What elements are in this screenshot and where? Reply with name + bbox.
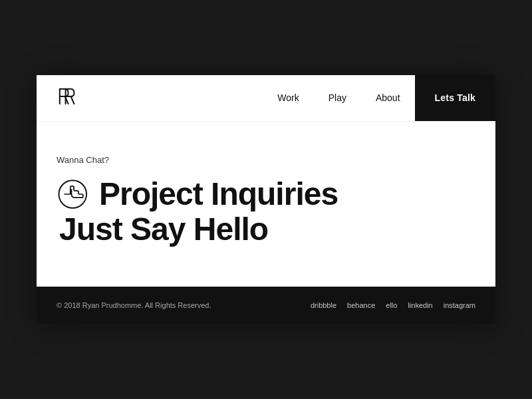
navbar: Work Play About Lets Talk bbox=[37, 75, 495, 122]
nav-about[interactable]: About bbox=[361, 74, 415, 121]
headline-line1: Project Inquiries bbox=[99, 177, 338, 212]
footer: © 2018 Ryan Prudhomme. All Rights Reserv… bbox=[37, 287, 495, 324]
outer-wrapper: Work Play About Lets Talk Wanna Chat? bbox=[0, 0, 532, 399]
main-content: Wanna Chat? Project Inquiries bbox=[37, 122, 495, 287]
lets-talk-button[interactable]: Lets Talk bbox=[415, 74, 495, 121]
logo[interactable] bbox=[57, 86, 78, 110]
footer-linkedin[interactable]: linkedin bbox=[408, 301, 432, 309]
browser-card: Work Play About Lets Talk Wanna Chat? bbox=[37, 75, 495, 325]
headline-row: Project Inquiries bbox=[57, 177, 475, 212]
card-wrapper: Work Play About Lets Talk Wanna Chat? bbox=[37, 75, 495, 325]
footer-instagram[interactable]: instagram bbox=[444, 301, 475, 309]
side-black-right bbox=[495, 0, 532, 399]
footer-behance[interactable]: behance bbox=[347, 301, 375, 309]
pointing-finger-icon bbox=[57, 177, 91, 211]
footer-links: dribbble behance ello linkedin instagram bbox=[311, 301, 475, 309]
subheading: Wanna Chat? bbox=[57, 155, 475, 165]
nav-play[interactable]: Play bbox=[314, 74, 361, 121]
footer-dribbble[interactable]: dribbble bbox=[311, 301, 336, 309]
footer-ello[interactable]: ello bbox=[386, 301, 397, 309]
side-black-left bbox=[0, 0, 37, 399]
footer-copyright: © 2018 Ryan Prudhomme. All Rights Reserv… bbox=[57, 301, 211, 309]
nav-links: Work Play About Lets Talk bbox=[263, 74, 495, 121]
nav-work[interactable]: Work bbox=[263, 74, 313, 121]
headline-line2: Just Say Hello bbox=[57, 211, 268, 247]
headline-line2-wrapper: Just Say Hello bbox=[57, 212, 475, 247]
